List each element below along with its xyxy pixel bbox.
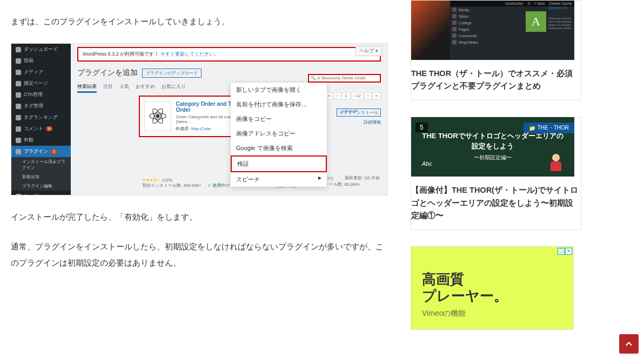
cm-speech: スピーチ [231, 172, 327, 187]
ad-subtext: Vimeoの機能 [422, 309, 562, 319]
screenshot-wp-admin: ダッシュボード 投稿 メディア 固定ページ CTA管理 タグ管理 タグランキング… [11, 43, 388, 195]
tag-icon [16, 104, 21, 109]
dashboard-icon [16, 47, 21, 52]
cm-open-new-tab: 新しいタブで画像を開く [231, 83, 327, 97]
cm-copy-image: 画像をコピー [231, 112, 327, 126]
comment-icon [16, 126, 21, 132]
update-link: 今すぐ更新してください。 [160, 51, 219, 58]
related-card-2[interactable]: 5 📁 THE・THOR THE THORでサイトロゴとヘッダーエリアの設定をし… [411, 117, 581, 230]
ad-choices-icon[interactable]: ⓘ✕ [558, 248, 572, 255]
plugin2-updated: 最終更新: 3か月前 [345, 175, 380, 181]
folder-icon: 📁 [529, 125, 535, 131]
akismet-desc: Akismet checks form submission spam to p… [548, 17, 574, 30]
thumb-subtitle: 〜初期設定編〜 [474, 154, 512, 161]
appearance-icon [16, 138, 21, 143]
advertisement[interactable]: ⓘ✕ 高画質プレーヤー。 Vimeoの機能 [411, 246, 574, 330]
paragraph-1: まずは、このプラグインをインストールしていきましょう。 [11, 13, 388, 30]
card1-title: THE THOR（ザ・トール）でオススメ・必須プラグインと不要プラグインまとめ [411, 60, 581, 100]
cm-google-search: Google で画像を検索 [231, 141, 327, 155]
abc-text: Abc [422, 160, 432, 167]
wp-admin-sidebar: ダッシュボード 投稿 メディア 固定ページ CTA管理 タグ管理 タグランキング… [11, 44, 71, 195]
related-card-1[interactable]: HostSorter0+ NewDelete Cache Media Slide… [411, 0, 581, 100]
cta-icon [16, 92, 21, 98]
media-icon [16, 70, 21, 75]
update-notice: WordPress 5.3.2 が利用可能です！ 今すぐ更新してください。 [77, 47, 381, 62]
card2-title: 【画像付】THE THOR(ザ・トール)でサイトロゴとヘッダーエリアの設定をしよ… [411, 177, 581, 229]
detail-link: 詳細情報 [364, 119, 381, 125]
plugin-search-input: 🔍 d Taxonomy Terms Order [308, 74, 381, 83]
paragraph-3: 通常、プラグインをインストールしたら、初期設定をしなければならないプラグインが多… [11, 239, 388, 271]
paragraph-2: インストールが完了したら、「有効化」をします。 [11, 209, 388, 225]
ad-headline: 高画質プレーヤー。 [422, 271, 562, 304]
help-tab: ヘルプ ▾ [355, 46, 382, 56]
akismet-icon: A [526, 11, 546, 32]
wp-content-area: ヘルプ ▾ WordPress 5.3.2 が利用可能です！ 今すぐ更新してくだ… [71, 44, 387, 195]
pagination: «‹1/ 12›» [325, 92, 381, 99]
post-icon [16, 58, 21, 64]
ranking-icon [16, 115, 21, 120]
character-icon [548, 154, 564, 173]
cm-inspect-highlighted: 検証 [231, 155, 327, 172]
page-icon [16, 81, 21, 86]
blog-sidebar: HostSorter0+ NewDelete Cache Media Slide… [404, 0, 588, 330]
card1-thumbnail: HostSorter0+ NewDelete Cache Media Slide… [411, 1, 574, 60]
plugin-icon-atom [144, 101, 171, 131]
akismet-title: Akismet An [548, 6, 574, 10]
menu-plugin-active: プラグイン 2 [11, 146, 71, 157]
upload-plugin-button: プラグインのアップロード [142, 69, 202, 78]
plugin-icon [16, 149, 21, 154]
card2-thumbnail: 5 📁 THE・THOR THE THORでサイトロゴとヘッダーエリアの設定をし… [411, 117, 574, 177]
svg-point-3 [156, 114, 159, 118]
article-main: まずは、このプラグインをインストールしていきましょう。 ダッシュボード 投稿 メ… [0, 0, 404, 330]
cm-copy-address: 画像アドレスをコピー [231, 126, 327, 141]
thumb-title: THE THORでサイトロゴとヘッダーエリアの設定をしよう [419, 131, 566, 151]
cm-save-as: 名前を付けて画像を保存… [231, 97, 327, 112]
install-button: 今すぐインストール [337, 109, 381, 117]
user-icon [16, 194, 21, 196]
context-menu: 新しいタブで画像を開く 名前を付けて画像を保存… 画像をコピー 画像アドレスをコ… [231, 83, 327, 187]
